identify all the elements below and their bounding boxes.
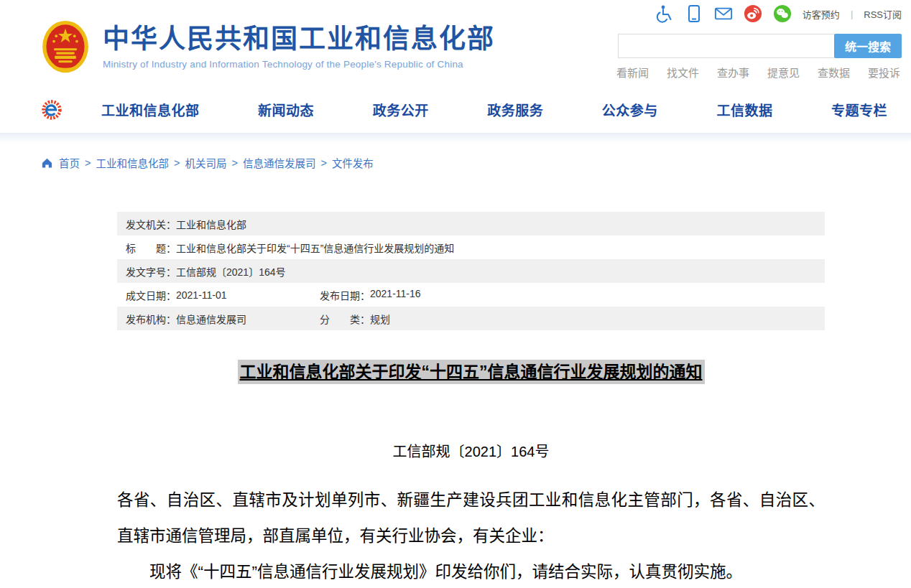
breadcrumb: 首页 > 工业和信息化部 > 机关司局 > 信息通信发展司 > 文件发布 (41, 155, 911, 170)
national-emblem-logo (41, 19, 90, 75)
unified-search-button[interactable]: 统一搜索 (834, 34, 902, 58)
meta-label: 发文字号： (117, 264, 176, 279)
meta-value: 信息通信发展司 (176, 312, 246, 326)
site-subtitle: Ministry of Industry and Information Tec… (103, 59, 495, 70)
meta-row-dates: 成文日期： 2021-11-01 发布日期： 2021-11-16 (117, 283, 825, 307)
document-meta-table: 发文机关： 工业和信息化部 标 题： 工业和信息化部关于印发“十四五”信息通信行… (117, 212, 825, 330)
meta-row-publisher-category: 发布机构： 信息通信发展司 分 类： 规划 (117, 307, 825, 330)
quick-link-news[interactable]: 看新闻 (616, 65, 649, 80)
nav-item-miit[interactable]: 工业和信息化部 (101, 100, 200, 119)
meta-value: 2021-11-16 (370, 288, 421, 302)
nav-item-public[interactable]: 公众参与 (602, 100, 658, 119)
wechat-icon[interactable] (773, 4, 792, 23)
mobile-icon[interactable] (685, 4, 703, 23)
visitor-appointment-link[interactable]: 访客预约 (803, 7, 840, 21)
article-content: 发文机关： 工业和信息化部 标 题： 工业和信息化部关于印发“十四五”信息通信行… (117, 212, 825, 588)
nav-item-gov-service[interactable]: 政务服务 (487, 100, 543, 119)
breadcrumb-separator: > (174, 157, 180, 169)
breadcrumb-separator: > (320, 157, 326, 169)
article-body: 各省、自治区、直辖市及计划单列市、新疆生产建设兵团工业和信息化主管部门，各省、自… (117, 482, 825, 588)
breadcrumb-miit[interactable]: 工业和信息化部 (96, 155, 169, 170)
article-doc-number: 工信部规〔2021〕164号 (117, 440, 825, 461)
meta-label: 分 类： (320, 312, 370, 326)
meta-label: 发文机关： (117, 217, 176, 231)
meta-value: 2021-11-01 (176, 289, 227, 301)
quick-link-data[interactable]: 查数据 (818, 65, 850, 80)
meta-row-title: 标 题： 工业和信息化部关于印发“十四五”信息通信行业发展规划的通知 (117, 235, 825, 259)
topbar-separator: | (851, 9, 853, 19)
quick-link-services[interactable]: 查办事 (717, 65, 749, 80)
quick-links: 看新闻 找文件 查办事 提意见 查数据 要投诉 (616, 65, 900, 80)
weibo-icon[interactable] (744, 4, 762, 23)
meta-value: 工信部规〔2021〕164号 (176, 264, 286, 279)
meta-label: 标 题： (117, 241, 176, 255)
article-title-highlighted-text: 工业和信息化部关于印发“十四五”信息通信行业发展规划的通知 (238, 360, 705, 384)
quick-link-suggest[interactable]: 提意见 (767, 65, 800, 80)
page-header: 访客预约 | RSS订阅 中华人民共和国工业和信息化部 Ministry of … (0, 0, 911, 86)
meta-label: 成文日期： (117, 288, 176, 302)
meta-label: 发布日期： (320, 288, 370, 302)
utility-bar: 访客预约 | RSS订阅 (655, 4, 902, 23)
quick-link-complaint[interactable]: 要投诉 (868, 65, 900, 80)
article-paragraph: 各省、自治区、直辖市及计划单列市、新疆生产建设兵团工业和信息化主管部门，各省、自… (117, 482, 825, 554)
nav-item-news[interactable]: 新闻动态 (258, 100, 314, 119)
rss-subscribe-link[interactable]: RSS订阅 (864, 7, 902, 21)
meta-row-issuing-org: 发文机关： 工业和信息化部 (117, 212, 825, 235)
article-title: 工业和信息化部关于印发“十四五”信息通信行业发展规划的通知 (117, 357, 825, 384)
nav-item-data[interactable]: 工信数据 (716, 100, 772, 119)
miit-gear-logo-icon (40, 98, 64, 122)
breadcrumb-departments[interactable]: 机关司局 (185, 155, 226, 170)
breadcrumb-separator: > (85, 157, 91, 169)
nav-item-gov-open[interactable]: 政务公开 (373, 100, 429, 119)
meta-label: 发布机构： (117, 312, 176, 326)
breadcrumb-home[interactable]: 首页 (59, 155, 80, 170)
main-nav: 工业和信息化部 新闻动态 政务公开 政务服务 公众参与 工信数据 专题专栏 (0, 86, 911, 133)
meta-value: 规划 (370, 312, 390, 326)
nav-item-special[interactable]: 专题专栏 (831, 100, 887, 119)
breadcrumb-separator: > (231, 157, 237, 169)
nav-shadow-divider (0, 133, 911, 143)
article-paragraph: 现将《“十四五”信息通信行业发展规划》印发给你们，请结合实际，认真贯彻实施。 (117, 554, 825, 588)
meta-row-doc-number: 发文字号： 工信部规〔2021〕164号 (117, 259, 825, 283)
home-icon[interactable] (41, 157, 53, 169)
mail-icon[interactable] (714, 4, 733, 23)
search-input[interactable] (618, 34, 834, 58)
site-brand: 中华人民共和国工业和信息化部 Ministry of Industry and … (41, 19, 495, 75)
breadcrumb-ict-dev-dept[interactable]: 信息通信发展司 (243, 155, 316, 170)
meta-value: 工业和信息化部关于印发“十四五”信息通信行业发展规划的通知 (176, 241, 454, 255)
breadcrumb-file-release[interactable]: 文件发布 (332, 155, 374, 170)
search-box: 统一搜索 (618, 34, 902, 58)
accessibility-icon[interactable] (655, 4, 674, 23)
meta-value: 工业和信息化部 (176, 217, 246, 231)
site-title: 中华人民共和国工业和信息化部 (103, 24, 495, 55)
quick-link-files[interactable]: 找文件 (667, 65, 699, 80)
